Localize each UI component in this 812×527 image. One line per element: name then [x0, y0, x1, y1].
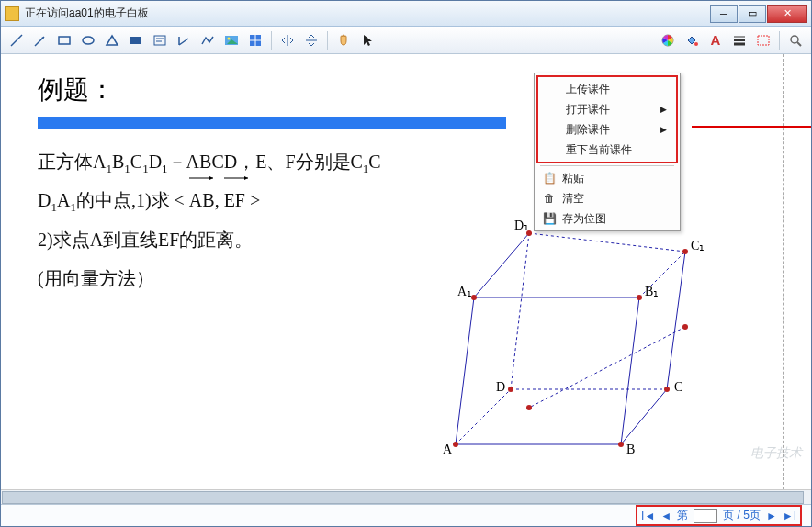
menu-upload[interactable]: 上传课件: [540, 79, 674, 99]
close-button[interactable]: ✕: [767, 5, 807, 23]
page-margin: [783, 54, 784, 489]
pointer-tool[interactable]: [357, 30, 378, 50]
svg-marker-28: [209, 176, 213, 180]
label-C: C: [674, 380, 682, 394]
angle-tool[interactable]: [174, 30, 194, 50]
svg-line-38: [511, 233, 529, 389]
window-controls: ─ ▭ ✕: [710, 5, 807, 23]
arrow-tool[interactable]: [30, 30, 51, 50]
image-tool[interactable]: [221, 30, 242, 50]
titlebar: 正在访问aa01的电子白板 ─ ▭ ✕: [1, 1, 811, 27]
svg-point-51: [664, 387, 670, 392]
window-title: 正在访问aa01的电子白板: [25, 6, 710, 21]
toolbar-sep: [271, 31, 272, 50]
paint-bucket-icon[interactable]: [682, 30, 702, 50]
label-A: A: [443, 443, 453, 456]
svg-marker-5: [107, 36, 118, 45]
svg-line-42: [621, 389, 667, 444]
svg-line-35: [474, 233, 529, 297]
svg-point-46: [453, 442, 458, 447]
canvas[interactable]: 例题： 正方体A1B1C1D1－ABCD，E、F分别是C1C D1A1的中点,1…: [1, 54, 811, 489]
color-wheel-icon[interactable]: [658, 30, 678, 50]
svg-point-4: [83, 37, 94, 44]
scrollbar-thumb[interactable]: [2, 491, 804, 504]
svg-line-37: [529, 233, 685, 252]
svg-line-26: [797, 42, 801, 46]
menu-separator: [540, 165, 674, 166]
svg-point-25: [791, 36, 798, 43]
flip-h-tool[interactable]: [277, 30, 298, 50]
svg-line-39: [667, 252, 685, 389]
label-C1: C₁: [691, 239, 705, 252]
svg-point-20: [694, 42, 698, 46]
label-B: B: [626, 443, 635, 456]
paste-icon: 📋: [542, 171, 557, 185]
annotation-line: [692, 126, 811, 128]
submenu-arrow-icon: ▶: [660, 105, 667, 114]
svg-point-50: [508, 387, 513, 392]
hand-tool[interactable]: [333, 30, 354, 50]
last-page-icon[interactable]: ►I: [783, 510, 796, 522]
menu-delete[interactable]: 删除课件▶: [540, 119, 674, 140]
pager-prefix: 第: [677, 508, 688, 523]
svg-line-32: [456, 297, 474, 444]
toolbar: A: [1, 27, 811, 54]
heading: 例题：: [38, 73, 515, 107]
triangle-tool[interactable]: [102, 30, 122, 50]
svg-point-52: [682, 324, 688, 330]
textbox-tool[interactable]: [150, 30, 170, 50]
pager-controls: I◄ ◄ 第 页 / 5页 ► ►I: [636, 505, 802, 526]
next-page-icon[interactable]: ►: [766, 510, 777, 522]
svg-rect-3: [59, 37, 70, 44]
svg-line-0: [11, 35, 22, 46]
menu-highlight-box: 上传课件 打开课件▶ 删除课件▶ 重下当前课件: [536, 75, 678, 163]
svg-rect-6: [130, 37, 141, 44]
svg-point-49: [682, 249, 688, 254]
svg-point-47: [618, 442, 624, 447]
statusbar: I◄ ◄ 第 页 / 5页 ► ►I: [1, 504, 811, 526]
label-A1: A₁: [457, 285, 472, 298]
label-B1: B₁: [645, 285, 659, 298]
grid-tool[interactable]: [245, 30, 265, 50]
filled-rect-tool[interactable]: [126, 30, 146, 50]
line-weight-tool[interactable]: [729, 30, 750, 50]
minimize-button[interactable]: ─: [710, 5, 738, 23]
first-page-icon[interactable]: I◄: [641, 510, 655, 522]
prev-page-icon[interactable]: ◄: [660, 510, 671, 522]
menu-paste[interactable]: 📋粘贴: [536, 168, 678, 188]
svg-rect-7: [154, 36, 165, 45]
watermark: 电子技术: [750, 445, 802, 462]
toolbar-sep-3: [779, 31, 780, 50]
label-D: D: [496, 380, 505, 394]
highlight-bar: [38, 117, 506, 129]
svg-line-41: [456, 389, 511, 444]
svg-point-53: [526, 405, 532, 410]
rect-tool[interactable]: [54, 30, 74, 50]
horizontal-scrollbar[interactable]: [1, 489, 811, 504]
svg-marker-18: [364, 35, 372, 46]
pager-total: 页 / 5页: [723, 508, 761, 523]
flip-v-tool[interactable]: [301, 30, 321, 50]
submenu-arrow-icon: ▶: [660, 125, 667, 134]
app-icon: [5, 6, 19, 21]
font-tool[interactable]: A: [705, 30, 726, 50]
line-tool[interactable]: [6, 30, 27, 50]
menu-reset[interactable]: 重下当前课件: [540, 140, 674, 160]
polyline-tool[interactable]: [197, 30, 218, 50]
svg-rect-24: [758, 36, 769, 45]
page-input[interactable]: [694, 509, 717, 523]
menu-open[interactable]: 打开课件▶: [540, 99, 674, 119]
maximize-button[interactable]: ▭: [739, 5, 766, 23]
svg-marker-30: [244, 176, 248, 180]
svg-point-11: [228, 37, 231, 39]
zoom-tool[interactable]: [785, 30, 806, 50]
label-D1: D₁: [514, 219, 529, 232]
selection-style-tool[interactable]: [753, 30, 773, 50]
svg-line-33: [621, 297, 639, 444]
svg-point-45: [637, 295, 642, 300]
ellipse-tool[interactable]: [78, 30, 98, 50]
cube-figure: A₁ B₁ C₁ D₁ A B C D: [419, 187, 713, 463]
toolbar-sep-2: [327, 31, 328, 50]
